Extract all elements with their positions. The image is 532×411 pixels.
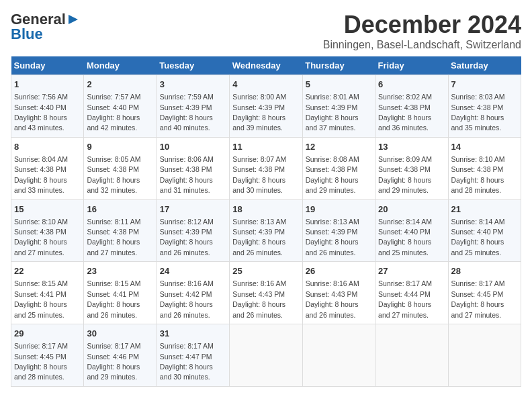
day-cell: 27Sunrise: 8:17 AMSunset: 4:44 PMDayligh… xyxy=(375,262,448,324)
day-info: Sunrise: 8:13 AMSunset: 4:39 PMDaylight:… xyxy=(306,218,359,257)
day-info: Sunrise: 8:11 AMSunset: 4:38 PMDaylight:… xyxy=(87,218,140,257)
day-cell xyxy=(448,324,521,387)
column-header-friday: Friday xyxy=(375,56,448,75)
week-row-3: 15Sunrise: 8:10 AMSunset: 4:38 PMDayligh… xyxy=(11,199,521,262)
day-info: Sunrise: 8:16 AMSunset: 4:42 PMDaylight:… xyxy=(160,279,214,318)
day-info: Sunrise: 8:04 AMSunset: 4:38 PMDaylight:… xyxy=(14,155,68,194)
day-cell: 19Sunrise: 8:13 AMSunset: 4:39 PMDayligh… xyxy=(302,199,375,262)
day-cell: 3Sunrise: 7:59 AMSunset: 4:39 PMDaylight… xyxy=(157,75,229,138)
day-cell: 9Sunrise: 8:05 AMSunset: 4:38 PMDaylight… xyxy=(84,137,157,199)
calendar-header-row: SundayMondayTuesdayWednesdayThursdayFrid… xyxy=(11,56,521,75)
day-info: Sunrise: 8:16 AMSunset: 4:43 PMDaylight:… xyxy=(306,279,359,318)
day-number: 26 xyxy=(306,265,372,277)
logo: General Blue xyxy=(11,11,79,43)
svg-marker-0 xyxy=(69,15,78,24)
day-info: Sunrise: 8:08 AMSunset: 4:38 PMDaylight:… xyxy=(306,155,359,194)
day-cell: 2Sunrise: 7:57 AMSunset: 4:40 PMDaylight… xyxy=(84,75,157,138)
week-row-2: 8Sunrise: 8:04 AMSunset: 4:38 PMDaylight… xyxy=(11,137,521,199)
day-number: 8 xyxy=(14,141,81,153)
week-row-1: 1Sunrise: 7:56 AMSunset: 4:40 PMDaylight… xyxy=(11,75,521,138)
logo-blue: Blue xyxy=(11,26,43,43)
day-cell: 29Sunrise: 8:17 AMSunset: 4:45 PMDayligh… xyxy=(11,324,84,387)
day-cell: 6Sunrise: 8:02 AMSunset: 4:38 PMDaylight… xyxy=(375,75,448,138)
day-cell: 17Sunrise: 8:12 AMSunset: 4:39 PMDayligh… xyxy=(157,199,229,262)
day-info: Sunrise: 8:16 AMSunset: 4:43 PMDaylight:… xyxy=(232,279,286,318)
day-cell: 11Sunrise: 8:07 AMSunset: 4:38 PMDayligh… xyxy=(230,137,302,199)
day-info: Sunrise: 8:17 AMSunset: 4:46 PMDaylight:… xyxy=(87,342,140,381)
calendar-table: SundayMondayTuesdayWednesdayThursdayFrid… xyxy=(11,56,521,387)
day-cell: 14Sunrise: 8:10 AMSunset: 4:38 PMDayligh… xyxy=(448,137,521,199)
day-number: 12 xyxy=(306,141,372,153)
day-info: Sunrise: 7:56 AMSunset: 4:40 PMDaylight:… xyxy=(14,93,68,132)
day-cell: 20Sunrise: 8:14 AMSunset: 4:40 PMDayligh… xyxy=(375,199,448,262)
day-info: Sunrise: 7:57 AMSunset: 4:40 PMDaylight:… xyxy=(87,93,140,132)
day-info: Sunrise: 8:13 AMSunset: 4:39 PMDaylight:… xyxy=(232,218,286,257)
day-cell: 10Sunrise: 8:06 AMSunset: 4:38 PMDayligh… xyxy=(157,137,229,199)
day-number: 9 xyxy=(87,141,153,153)
day-cell: 1Sunrise: 7:56 AMSunset: 4:40 PMDaylight… xyxy=(11,75,84,138)
day-number: 18 xyxy=(232,203,299,216)
day-cell: 24Sunrise: 8:16 AMSunset: 4:42 PMDayligh… xyxy=(157,262,229,324)
day-cell: 8Sunrise: 8:04 AMSunset: 4:38 PMDaylight… xyxy=(11,137,84,199)
day-cell: 5Sunrise: 8:01 AMSunset: 4:39 PMDaylight… xyxy=(302,75,375,138)
day-info: Sunrise: 8:15 AMSunset: 4:41 PMDaylight:… xyxy=(87,279,140,318)
day-info: Sunrise: 8:03 AMSunset: 4:38 PMDaylight:… xyxy=(451,93,505,132)
day-number: 15 xyxy=(14,203,81,216)
day-info: Sunrise: 8:01 AMSunset: 4:39 PMDaylight:… xyxy=(306,93,359,132)
day-number: 27 xyxy=(378,265,445,277)
week-row-4: 22Sunrise: 8:15 AMSunset: 4:41 PMDayligh… xyxy=(11,262,521,324)
day-cell xyxy=(302,324,375,387)
day-cell: 12Sunrise: 8:08 AMSunset: 4:38 PMDayligh… xyxy=(302,137,375,199)
calendar-body: 1Sunrise: 7:56 AMSunset: 4:40 PMDaylight… xyxy=(11,75,521,387)
day-info: Sunrise: 8:02 AMSunset: 4:38 PMDaylight:… xyxy=(378,93,432,132)
day-info: Sunrise: 8:14 AMSunset: 4:40 PMDaylight:… xyxy=(378,218,432,257)
day-info: Sunrise: 8:09 AMSunset: 4:38 PMDaylight:… xyxy=(378,155,432,194)
day-info: Sunrise: 8:07 AMSunset: 4:38 PMDaylight:… xyxy=(232,155,286,194)
day-info: Sunrise: 8:15 AMSunset: 4:41 PMDaylight:… xyxy=(14,279,68,318)
day-number: 16 xyxy=(87,203,153,216)
day-cell: 23Sunrise: 8:15 AMSunset: 4:41 PMDayligh… xyxy=(84,262,157,324)
day-cell: 30Sunrise: 8:17 AMSunset: 4:46 PMDayligh… xyxy=(84,324,157,387)
day-info: Sunrise: 7:59 AMSunset: 4:39 PMDaylight:… xyxy=(160,93,214,132)
day-cell: 15Sunrise: 8:10 AMSunset: 4:38 PMDayligh… xyxy=(11,199,84,262)
day-info: Sunrise: 8:17 AMSunset: 4:45 PMDaylight:… xyxy=(451,279,505,318)
page-header: General Blue December 2024 Binningen, Ba… xyxy=(11,11,521,51)
day-number: 11 xyxy=(232,141,299,153)
day-number: 5 xyxy=(306,79,372,91)
day-number: 14 xyxy=(451,141,518,153)
day-number: 2 xyxy=(87,79,153,91)
day-number: 28 xyxy=(451,265,518,277)
day-cell: 7Sunrise: 8:03 AMSunset: 4:38 PMDaylight… xyxy=(448,75,521,138)
day-number: 3 xyxy=(160,79,226,91)
day-info: Sunrise: 8:12 AMSunset: 4:39 PMDaylight:… xyxy=(160,218,214,257)
day-cell: 25Sunrise: 8:16 AMSunset: 4:43 PMDayligh… xyxy=(230,262,302,324)
day-cell: 26Sunrise: 8:16 AMSunset: 4:43 PMDayligh… xyxy=(302,262,375,324)
title-block: December 2024 Binningen, Basel-Landschaf… xyxy=(323,11,521,51)
day-cell: 13Sunrise: 8:09 AMSunset: 4:38 PMDayligh… xyxy=(375,137,448,199)
day-cell xyxy=(375,324,448,387)
day-cell xyxy=(230,324,302,387)
day-number: 22 xyxy=(14,265,81,277)
column-header-monday: Monday xyxy=(84,56,157,75)
week-row-5: 29Sunrise: 8:17 AMSunset: 4:45 PMDayligh… xyxy=(11,324,521,387)
day-cell: 4Sunrise: 8:00 AMSunset: 4:39 PMDaylight… xyxy=(230,75,302,138)
day-number: 6 xyxy=(378,79,445,91)
day-info: Sunrise: 8:10 AMSunset: 4:38 PMDaylight:… xyxy=(14,218,68,257)
day-number: 31 xyxy=(160,328,226,340)
column-header-tuesday: Tuesday xyxy=(157,56,229,75)
day-number: 30 xyxy=(87,328,153,340)
day-info: Sunrise: 8:17 AMSunset: 4:47 PMDaylight:… xyxy=(160,342,214,381)
day-info: Sunrise: 8:17 AMSunset: 4:45 PMDaylight:… xyxy=(14,342,68,381)
page-title: December 2024 xyxy=(323,11,521,39)
day-number: 10 xyxy=(160,141,226,153)
day-number: 20 xyxy=(378,203,445,216)
day-cell: 22Sunrise: 8:15 AMSunset: 4:41 PMDayligh… xyxy=(11,262,84,324)
day-cell: 31Sunrise: 8:17 AMSunset: 4:47 PMDayligh… xyxy=(157,324,229,387)
day-number: 25 xyxy=(232,265,299,277)
day-info: Sunrise: 8:05 AMSunset: 4:38 PMDaylight:… xyxy=(87,155,140,194)
day-number: 19 xyxy=(306,203,372,216)
column-header-thursday: Thursday xyxy=(302,56,375,75)
day-number: 7 xyxy=(451,79,518,91)
day-number: 4 xyxy=(232,79,299,91)
day-cell: 21Sunrise: 8:14 AMSunset: 4:40 PMDayligh… xyxy=(448,199,521,262)
